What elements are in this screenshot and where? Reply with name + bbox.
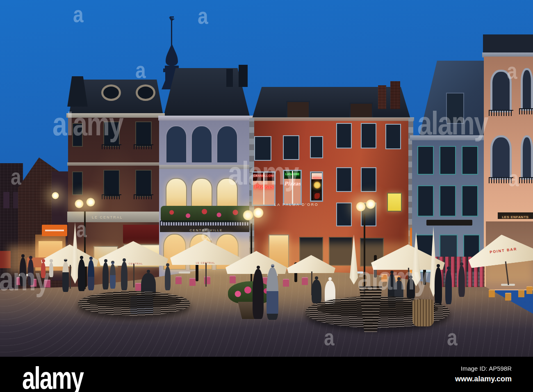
cornice [158,116,254,121]
wall-lantern [52,192,59,199]
woman-walking [253,269,264,319]
person [78,259,85,291]
alamy-footer-bar: alamy Image ID: AP598R www.alamy.com [0,357,533,392]
alamy-watermark-letter: a [73,3,84,25]
cornice [250,117,414,121]
alamy-watermark-letter: a [201,221,212,244]
balconette [519,177,533,183]
chimney [378,85,386,109]
man-walking [266,267,278,320]
orange-chair [505,293,511,301]
les-enfants-sign: LES ENFANTS [502,215,528,219]
window [521,135,533,180]
person-seated [312,280,321,303]
alamy-watermark-letter: a [135,59,146,81]
pink-chair [230,276,236,283]
neon-sign-pizzas-block: PIZZAS [312,177,321,179]
window [417,146,434,175]
alamy-watermark-letter: a [198,5,208,27]
cafe-table [179,271,190,273]
wicker-basket [412,299,434,326]
person [110,264,116,289]
image-id-text: Image ID: AP598R [455,365,512,372]
la-palma-doro-sign: LA PALMA D'ORO [266,203,327,207]
person-with-backpack [62,262,69,292]
person [49,262,53,277]
window [135,170,152,197]
balconette [519,108,533,114]
lit-yellow-window [387,193,402,212]
window [191,125,212,163]
person [88,260,94,290]
person [165,267,171,290]
alamy-watermark-letter: a [447,326,458,349]
window [417,185,434,217]
les-enfants-sign-strip: LES ENFANTS [498,212,533,219]
window [3,192,9,208]
window [462,185,478,217]
le-central-sign: LE CENTRAL [92,215,123,219]
chimney [226,69,233,87]
balcony-railing [102,194,121,199]
neon-window-pizzas: PIZZAS [310,171,323,202]
umbrella-valance-text: LE CENTRAL [98,262,168,265]
palma-roof [248,87,414,120]
pink-chair [175,276,182,284]
pink-chair [135,283,141,291]
orange-chair [489,289,495,297]
window [385,124,401,149]
window [440,185,456,217]
pizza-disc-sign [314,182,321,189]
alamy-watermark-letter: a [508,167,519,189]
dark-facade-sign [426,220,472,226]
balcony-railing [134,194,153,199]
cafe-umbrella: LE CENTRAL [98,241,168,266]
balconette [489,110,513,116]
person [445,270,452,304]
orange-chair [518,289,524,297]
person [458,266,465,297]
window [135,121,152,147]
person [121,262,128,290]
stock-photo-page: LE CENTRAL CENTRE VILLE [0,0,533,392]
oval-dormer [136,84,155,101]
window [361,167,376,192]
dark-panel [313,191,321,201]
person [435,267,442,305]
window [440,146,456,175]
orange-chair [526,286,533,294]
red-emblem [314,193,320,199]
photo-town-square-dusk: LE CENTRAL CENTRE VILLE [0,0,533,357]
alamy-watermark: alamy [52,107,123,140]
window [72,171,83,195]
alamy-logo: alamy [22,360,83,392]
cafe-umbrella [287,255,335,273]
pizzas-lightbox: PIZZAS [312,173,322,179]
alamy-watermark-letter: a [507,59,517,82]
alamy-watermark-letter: a [324,326,335,349]
alamy-watermark: alamy [0,262,49,295]
window [310,136,323,158]
alamy-watermark: alamy [417,107,487,139]
window [336,123,352,148]
alamy-website-text: www.alamy.com [455,375,512,383]
chimney [390,81,400,109]
pink-chair [283,279,289,287]
window [336,203,352,226]
alamy-watermark: alamy [228,157,298,189]
pink-chair [189,278,196,286]
window [462,146,478,175]
chimney [239,65,248,87]
oval-dormer [101,84,121,101]
window [521,68,533,111]
balcony-railing [134,144,153,149]
footer-info: Image ID: AP598R www.alamy.com [455,365,512,383]
alamy-watermark: alamy [358,262,428,294]
alamy-watermark-letter: a [76,218,87,240]
cornice [67,162,165,166]
shop-sign-text-blur [45,230,64,231]
window [336,167,352,192]
window [361,123,376,148]
pink-chair [302,277,308,285]
person [102,262,109,289]
